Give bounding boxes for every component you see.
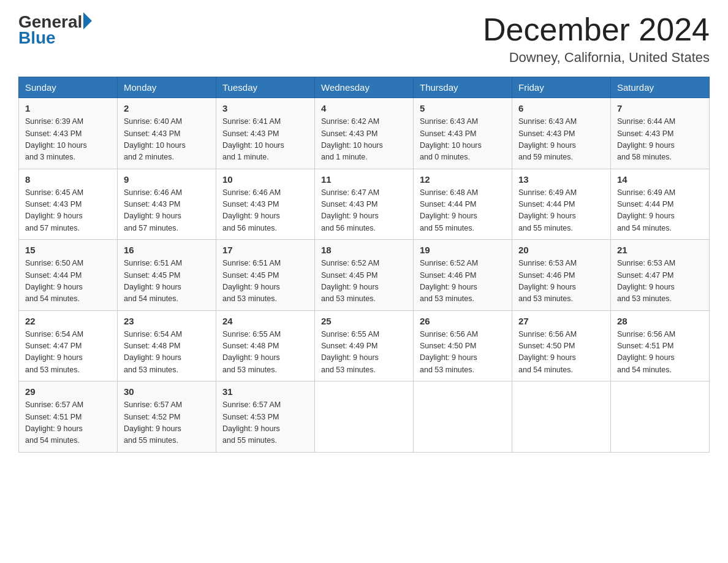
day-info: Sunrise: 6:49 AMSunset: 4:44 PMDaylight:… xyxy=(518,187,604,235)
calendar-cell xyxy=(611,381,710,453)
calendar-cell: 1Sunrise: 6:39 AMSunset: 4:43 PMDaylight… xyxy=(19,98,118,169)
day-info: Sunrise: 6:49 AMSunset: 4:44 PMDaylight:… xyxy=(617,187,703,235)
day-number: 19 xyxy=(420,245,506,255)
calendar-cell: 16Sunrise: 6:51 AMSunset: 4:45 PMDayligh… xyxy=(118,240,216,311)
day-info: Sunrise: 6:43 AMSunset: 4:43 PMDaylight:… xyxy=(420,116,506,164)
day-number: 8 xyxy=(25,174,111,185)
calendar-cell: 3Sunrise: 6:41 AMSunset: 4:43 PMDaylight… xyxy=(216,98,315,169)
weekday-header-monday: Monday xyxy=(118,77,216,98)
calendar-cell: 4Sunrise: 6:42 AMSunset: 4:43 PMDaylight… xyxy=(315,98,414,169)
calendar-cell: 29Sunrise: 6:57 AMSunset: 4:51 PMDayligh… xyxy=(19,381,118,453)
calendar-cell: 28Sunrise: 6:56 AMSunset: 4:51 PMDayligh… xyxy=(611,310,710,381)
calendar-cell: 8Sunrise: 6:45 AMSunset: 4:43 PMDaylight… xyxy=(19,169,118,240)
calendar-table: SundayMondayTuesdayWednesdayThursdayFrid… xyxy=(18,77,710,453)
calendar-subtitle: Downey, California, United States xyxy=(483,50,710,66)
day-number: 28 xyxy=(617,316,703,326)
day-info: Sunrise: 6:44 AMSunset: 4:43 PMDaylight:… xyxy=(617,116,703,164)
day-number: 29 xyxy=(25,386,111,397)
day-info: Sunrise: 6:42 AMSunset: 4:43 PMDaylight:… xyxy=(321,116,407,164)
weekday-header-saturday: Saturday xyxy=(611,77,710,98)
day-number: 31 xyxy=(222,386,308,397)
calendar-week-row: 1Sunrise: 6:39 AMSunset: 4:43 PMDaylight… xyxy=(19,98,710,169)
day-number: 20 xyxy=(518,245,604,255)
calendar-cell: 21Sunrise: 6:53 AMSunset: 4:47 PMDayligh… xyxy=(611,240,710,311)
calendar-cell: 20Sunrise: 6:53 AMSunset: 4:46 PMDayligh… xyxy=(512,240,611,311)
day-number: 2 xyxy=(124,103,210,113)
day-info: Sunrise: 6:46 AMSunset: 4:43 PMDaylight:… xyxy=(124,187,210,235)
day-number: 1 xyxy=(25,103,111,113)
day-info: Sunrise: 6:53 AMSunset: 4:47 PMDaylight:… xyxy=(617,258,703,305)
logo: General Blue xyxy=(18,12,92,48)
day-info: Sunrise: 6:46 AMSunset: 4:43 PMDaylight:… xyxy=(222,187,308,235)
calendar-cell: 6Sunrise: 6:43 AMSunset: 4:43 PMDaylight… xyxy=(512,98,611,169)
day-number: 18 xyxy=(321,245,407,255)
day-number: 6 xyxy=(518,103,604,113)
day-info: Sunrise: 6:56 AMSunset: 4:51 PMDaylight:… xyxy=(617,329,703,377)
day-info: Sunrise: 6:57 AMSunset: 4:51 PMDaylight:… xyxy=(25,399,111,447)
calendar-cell xyxy=(315,381,414,453)
weekday-header-friday: Friday xyxy=(512,77,611,98)
day-number: 30 xyxy=(124,386,210,397)
calendar-cell: 31Sunrise: 6:57 AMSunset: 4:53 PMDayligh… xyxy=(216,381,315,453)
day-number: 26 xyxy=(420,316,506,326)
calendar-week-row: 29Sunrise: 6:57 AMSunset: 4:51 PMDayligh… xyxy=(19,381,710,453)
calendar-cell: 27Sunrise: 6:56 AMSunset: 4:50 PMDayligh… xyxy=(512,310,611,381)
day-number: 27 xyxy=(518,316,604,326)
calendar-cell: 12Sunrise: 6:48 AMSunset: 4:44 PMDayligh… xyxy=(414,169,512,240)
day-number: 11 xyxy=(321,174,407,185)
logo-triangle-icon xyxy=(83,12,92,29)
calendar-cell: 2Sunrise: 6:40 AMSunset: 4:43 PMDaylight… xyxy=(118,98,216,169)
weekday-header-thursday: Thursday xyxy=(414,77,512,98)
day-info: Sunrise: 6:51 AMSunset: 4:45 PMDaylight:… xyxy=(222,258,308,305)
calendar-week-row: 22Sunrise: 6:54 AMSunset: 4:47 PMDayligh… xyxy=(19,310,710,381)
day-number: 23 xyxy=(124,316,210,326)
day-number: 24 xyxy=(222,316,308,326)
weekday-header-sunday: Sunday xyxy=(19,77,118,98)
title-section: December 2024 Downey, California, United… xyxy=(483,12,710,66)
day-number: 9 xyxy=(124,174,210,185)
calendar-cell: 26Sunrise: 6:56 AMSunset: 4:50 PMDayligh… xyxy=(414,310,512,381)
day-info: Sunrise: 6:54 AMSunset: 4:48 PMDaylight:… xyxy=(124,329,210,377)
day-number: 4 xyxy=(321,103,407,113)
calendar-cell: 10Sunrise: 6:46 AMSunset: 4:43 PMDayligh… xyxy=(216,169,315,240)
calendar-week-row: 8Sunrise: 6:45 AMSunset: 4:43 PMDaylight… xyxy=(19,169,710,240)
day-number: 22 xyxy=(25,316,111,326)
calendar-cell: 9Sunrise: 6:46 AMSunset: 4:43 PMDaylight… xyxy=(118,169,216,240)
day-number: 13 xyxy=(518,174,604,185)
day-info: Sunrise: 6:53 AMSunset: 4:46 PMDaylight:… xyxy=(518,258,604,305)
day-info: Sunrise: 6:43 AMSunset: 4:43 PMDaylight:… xyxy=(518,116,604,164)
day-info: Sunrise: 6:56 AMSunset: 4:50 PMDaylight:… xyxy=(420,329,506,377)
calendar-title: December 2024 xyxy=(483,12,710,47)
day-info: Sunrise: 6:57 AMSunset: 4:52 PMDaylight:… xyxy=(124,399,210,447)
calendar-cell xyxy=(414,381,512,453)
calendar-cell: 11Sunrise: 6:47 AMSunset: 4:43 PMDayligh… xyxy=(315,169,414,240)
calendar-week-row: 15Sunrise: 6:50 AMSunset: 4:44 PMDayligh… xyxy=(19,240,710,311)
day-info: Sunrise: 6:45 AMSunset: 4:43 PMDaylight:… xyxy=(25,187,111,235)
calendar-cell: 13Sunrise: 6:49 AMSunset: 4:44 PMDayligh… xyxy=(512,169,611,240)
calendar-cell: 15Sunrise: 6:50 AMSunset: 4:44 PMDayligh… xyxy=(19,240,118,311)
calendar-cell: 22Sunrise: 6:54 AMSunset: 4:47 PMDayligh… xyxy=(19,310,118,381)
logo-blue: Blue xyxy=(18,28,92,48)
day-number: 5 xyxy=(420,103,506,113)
day-info: Sunrise: 6:55 AMSunset: 4:49 PMDaylight:… xyxy=(321,329,407,377)
day-number: 15 xyxy=(25,245,111,255)
day-info: Sunrise: 6:52 AMSunset: 4:45 PMDaylight:… xyxy=(321,258,407,305)
weekday-header-tuesday: Tuesday xyxy=(216,77,315,98)
day-info: Sunrise: 6:54 AMSunset: 4:47 PMDaylight:… xyxy=(25,329,111,377)
day-info: Sunrise: 6:57 AMSunset: 4:53 PMDaylight:… xyxy=(222,399,308,447)
day-info: Sunrise: 6:51 AMSunset: 4:45 PMDaylight:… xyxy=(124,258,210,305)
page-header: General Blue December 2024 Downey, Calif… xyxy=(18,12,710,66)
day-number: 7 xyxy=(617,103,703,113)
calendar-cell: 18Sunrise: 6:52 AMSunset: 4:45 PMDayligh… xyxy=(315,240,414,311)
day-info: Sunrise: 6:40 AMSunset: 4:43 PMDaylight:… xyxy=(124,116,210,164)
weekday-header-wednesday: Wednesday xyxy=(315,77,414,98)
calendar-cell: 14Sunrise: 6:49 AMSunset: 4:44 PMDayligh… xyxy=(611,169,710,240)
calendar-cell: 19Sunrise: 6:52 AMSunset: 4:46 PMDayligh… xyxy=(414,240,512,311)
day-info: Sunrise: 6:39 AMSunset: 4:43 PMDaylight:… xyxy=(25,116,111,164)
day-info: Sunrise: 6:48 AMSunset: 4:44 PMDaylight:… xyxy=(420,187,506,235)
day-number: 12 xyxy=(420,174,506,185)
day-number: 10 xyxy=(222,174,308,185)
calendar-cell: 25Sunrise: 6:55 AMSunset: 4:49 PMDayligh… xyxy=(315,310,414,381)
day-info: Sunrise: 6:47 AMSunset: 4:43 PMDaylight:… xyxy=(321,187,407,235)
day-info: Sunrise: 6:56 AMSunset: 4:50 PMDaylight:… xyxy=(518,329,604,377)
